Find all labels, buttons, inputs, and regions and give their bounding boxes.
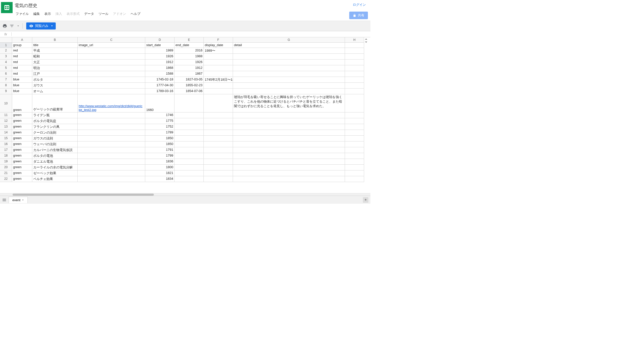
- cell[interactable]: 1926: [174, 60, 204, 65]
- cell[interactable]: [345, 60, 364, 65]
- cell[interactable]: [345, 71, 364, 77]
- cell[interactable]: display_date: [204, 43, 233, 48]
- cell[interactable]: ボルタ: [32, 77, 78, 83]
- cell[interactable]: [78, 130, 145, 136]
- row-header[interactable]: 20: [0, 165, 12, 170]
- cell[interactable]: オーム: [32, 88, 78, 94]
- cell[interactable]: [233, 88, 345, 94]
- cell[interactable]: [345, 141, 364, 147]
- row-header[interactable]: 10: [0, 94, 12, 112]
- cell[interactable]: [345, 112, 364, 118]
- cell[interactable]: [345, 83, 364, 88]
- cell[interactable]: 1777-04-30: [145, 83, 174, 88]
- cell[interactable]: [345, 77, 364, 83]
- cell[interactable]: 1926: [145, 54, 174, 60]
- cell[interactable]: [204, 88, 233, 94]
- cell[interactable]: [233, 136, 345, 141]
- filter-dropdown-icon[interactable]: [17, 25, 19, 26]
- cell[interactable]: 1855-02-23: [174, 83, 204, 88]
- cell[interactable]: 1791: [145, 147, 174, 153]
- cell[interactable]: green: [12, 124, 32, 130]
- row-header[interactable]: 3: [0, 54, 12, 60]
- column-header[interactable]: E: [174, 37, 204, 43]
- cell[interactable]: detail: [233, 43, 345, 48]
- cell[interactable]: カーライルの水の電気分解: [32, 165, 78, 170]
- cell[interactable]: [204, 118, 233, 124]
- row-header[interactable]: 12: [0, 118, 12, 124]
- cell[interactable]: [78, 83, 145, 88]
- row-header[interactable]: 2: [0, 48, 12, 54]
- formula-input[interactable]: [12, 31, 370, 37]
- row-header[interactable]: 16: [0, 141, 12, 147]
- horizontal-scrollbar[interactable]: [0, 193, 370, 196]
- cell[interactable]: 1827-03-05: [174, 77, 204, 83]
- cell[interactable]: カルバーニの生物電気仮説: [32, 147, 78, 153]
- cell[interactable]: 平成: [32, 48, 78, 54]
- sheet-tab-event[interactable]: event ▼: [9, 197, 28, 203]
- cell[interactable]: [233, 77, 345, 83]
- row-header[interactable]: 13: [0, 124, 12, 130]
- cell[interactable]: 1775: [145, 118, 174, 124]
- cell[interactable]: [233, 54, 345, 60]
- row-header[interactable]: 22: [0, 176, 12, 182]
- cell[interactable]: [78, 48, 145, 54]
- cell[interactable]: 1746: [145, 112, 174, 118]
- cell[interactable]: green: [12, 159, 32, 165]
- cell[interactable]: [174, 136, 204, 141]
- cell[interactable]: [204, 153, 233, 159]
- cell[interactable]: 1588: [145, 71, 174, 77]
- cell[interactable]: [204, 159, 233, 165]
- filter-icon[interactable]: [10, 24, 14, 28]
- cell[interactable]: blue: [12, 83, 32, 88]
- cell[interactable]: 1867: [174, 71, 204, 77]
- cell[interactable]: ダニエル電池: [32, 159, 78, 165]
- cell[interactable]: [233, 147, 345, 153]
- row-header[interactable]: 8: [0, 83, 12, 88]
- doc-title[interactable]: 電気の歴史: [14, 2, 353, 9]
- cell[interactable]: [233, 170, 345, 176]
- cell[interactable]: [78, 124, 145, 130]
- cell[interactable]: [174, 153, 204, 159]
- row-header[interactable]: 18: [0, 153, 12, 159]
- cell[interactable]: 1745-02-18: [145, 77, 174, 83]
- cell[interactable]: red: [12, 71, 32, 77]
- cell[interactable]: 2016: [174, 48, 204, 54]
- cell[interactable]: [233, 124, 345, 130]
- cell[interactable]: ゲーリッケの硫黄球: [32, 94, 78, 112]
- cell[interactable]: 1836: [145, 159, 174, 165]
- scrollbar-thumb[interactable]: [13, 194, 154, 196]
- cell[interactable]: 1850: [145, 141, 174, 147]
- cell[interactable]: 1789-03-16: [145, 88, 174, 94]
- row-header[interactable]: 14: [0, 130, 12, 136]
- cell[interactable]: [78, 54, 145, 60]
- cell[interactable]: [233, 130, 345, 136]
- cell[interactable]: group: [12, 43, 32, 48]
- cell[interactable]: green: [12, 170, 32, 176]
- cell[interactable]: [204, 112, 233, 118]
- cell[interactable]: [174, 165, 204, 170]
- cell[interactable]: [345, 159, 364, 165]
- cell[interactable]: [174, 130, 204, 136]
- cell[interactable]: [174, 112, 204, 118]
- cell[interactable]: green: [12, 118, 32, 124]
- row-header[interactable]: 6: [0, 71, 12, 77]
- cell[interactable]: [345, 94, 364, 112]
- cell[interactable]: [345, 147, 364, 153]
- cell[interactable]: [78, 77, 145, 83]
- cell[interactable]: green: [12, 147, 32, 153]
- cell[interactable]: [78, 71, 145, 77]
- select-all-corner[interactable]: [0, 37, 12, 43]
- cell[interactable]: 江戸: [32, 71, 78, 77]
- cell[interactable]: 明治: [32, 65, 78, 71]
- cell[interactable]: 1789: [145, 130, 174, 136]
- cell[interactable]: green: [12, 130, 32, 136]
- cell[interactable]: 1989〜: [204, 48, 233, 54]
- row-header[interactable]: 11: [0, 112, 12, 118]
- cell[interactable]: ペルチェ効果: [32, 176, 78, 182]
- cell[interactable]: クーロンの法則: [32, 130, 78, 136]
- cell[interactable]: green: [12, 112, 32, 118]
- cell[interactable]: [233, 176, 345, 182]
- cell[interactable]: フランクリンの凧: [32, 124, 78, 130]
- cell[interactable]: [78, 60, 145, 65]
- row-header[interactable]: 21: [0, 170, 12, 176]
